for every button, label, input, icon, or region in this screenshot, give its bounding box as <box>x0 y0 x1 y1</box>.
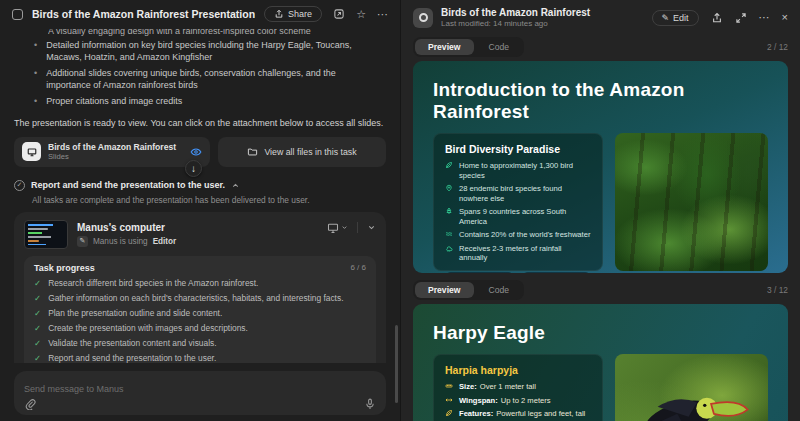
list-item: • Detailed information on key bird speci… <box>34 40 386 63</box>
stat-box: 575 Bird species in a single 5,500-hecta… <box>445 272 514 274</box>
microphone-icon[interactable] <box>364 398 376 410</box>
check-circle-icon: ✓ <box>14 180 25 191</box>
fact-row: Receives 2-3 meters of rainfall annually <box>445 244 591 263</box>
export-icon[interactable] <box>333 8 345 20</box>
upload-icon[interactable] <box>711 12 723 24</box>
star-icon[interactable]: ☆ <box>356 9 366 20</box>
page-indicator: 2 / 12 <box>767 42 788 52</box>
fact-row: Home to approximately 1,300 bird species <box>445 161 591 180</box>
scroll-to-bottom-button[interactable]: ↓ <box>185 160 202 177</box>
task-progress-card: Task progress 6 / 6 ✓ Research different… <box>24 256 376 364</box>
step-row[interactable]: ✓ Report and send the presentation to th… <box>14 180 386 191</box>
task-item: ✓ Validate the presentation content and … <box>34 338 366 348</box>
chevron-down-icon <box>341 224 348 231</box>
share-icon <box>274 9 284 19</box>
check-icon: ✓ <box>34 293 41 303</box>
fact-row: Size:Over 1 meter tall <box>445 382 591 392</box>
arrows-horizontal-icon <box>445 396 453 404</box>
feather-icon <box>445 409 453 417</box>
attachment-row: Birds of the Amazon Rainforest Slides Vi… <box>14 137 386 167</box>
task-title: Birds of the Amazon Rainforest Presentat… <box>32 8 255 20</box>
ruler-icon <box>445 382 453 390</box>
chat-scrollbar[interactable] <box>395 325 398 403</box>
tree-icon <box>445 207 453 215</box>
share-button[interactable]: Share <box>264 6 322 22</box>
tab-preview[interactable]: Preview <box>415 282 474 298</box>
check-icon: ✓ <box>34 323 41 333</box>
monitor-toggle-button[interactable] <box>327 222 348 234</box>
pencil-icon: ✎ <box>662 13 670 23</box>
slide-title: Harpy Eagle <box>433 322 768 344</box>
file-preview-panel: Birds of the Amazon Rainforest Last modi… <box>400 0 800 421</box>
step-subtitle: All tasks are complete and the presentat… <box>32 195 386 205</box>
map-pin-icon <box>445 184 453 192</box>
tab-preview[interactable]: Preview <box>415 39 474 55</box>
folder-icon <box>247 146 258 157</box>
step-title: Report and send the presentation to the … <box>31 180 225 190</box>
task-item: ✓ Report and send the presentation to th… <box>34 353 366 363</box>
manus-app: Birds of the Amazon Rainforest Presentat… <box>0 0 800 421</box>
viewer-toolbar: Preview Code 2 / 12 <box>401 33 800 61</box>
toucan-photo <box>615 354 768 421</box>
task-item: ✓ Create the presentation with images an… <box>34 323 366 333</box>
monitor-icon <box>327 222 339 234</box>
preview-file-title: Birds of the Amazon Rainforest <box>441 7 644 18</box>
chevron-up-icon[interactable] <box>231 181 240 190</box>
more-options-icon[interactable]: ⋯ <box>759 12 770 23</box>
rain-icon <box>445 244 453 252</box>
computer-screen-thumbnail[interactable] <box>24 220 68 249</box>
attachment-type: Slides <box>48 152 183 161</box>
feather-icon <box>445 161 453 169</box>
view-all-files-button[interactable]: View all files in this task <box>218 137 386 167</box>
sidebar-toggle-icon[interactable] <box>12 9 23 20</box>
chat-scroll-area: A visually engaging design with a rainfo… <box>0 28 400 363</box>
tab-code[interactable]: Code <box>476 39 523 55</box>
slide-title: Introduction to the Amazon Rainforest <box>433 79 768 123</box>
eye-icon[interactable] <box>190 146 202 158</box>
list-item: • Proper citations and image credits <box>34 96 386 108</box>
divider <box>357 222 358 233</box>
attach-file-icon[interactable] <box>24 398 36 410</box>
water-icon <box>445 230 453 238</box>
edit-button[interactable]: ✎ Edit <box>652 10 699 26</box>
task-item: ✓ Gather information on each bird's char… <box>34 293 366 303</box>
list-item: • Additional slides covering unique bird… <box>34 68 386 91</box>
check-icon: ✓ <box>34 353 41 363</box>
message-input[interactable] <box>24 384 376 394</box>
task-item: ✓ Plan the presentation outline and slid… <box>34 308 366 318</box>
ready-message: The presentation is ready to view. You c… <box>14 117 386 129</box>
manus-computer-card: Manus's computer ✎ Manus is using Editor <box>14 212 386 364</box>
expand-icon[interactable] <box>735 12 747 24</box>
attachment-card[interactable]: Birds of the Amazon Rainforest Slides <box>14 137 210 167</box>
slides-file-icon <box>22 142 41 161</box>
page-indicator: 3 / 12 <box>767 285 788 295</box>
bird-diversity-card: Bird Diversity Paradise Home to approxim… <box>433 133 603 271</box>
last-modified-text: Last modified: 14 minutes ago <box>441 19 644 28</box>
fact-row: Wingspan:Up to 2 meters <box>445 396 591 406</box>
bullet-icon: • <box>34 68 37 91</box>
collapse-chevron-icon[interactable] <box>367 223 376 232</box>
slide-harpy-eagle: Harpy Eagle Harpia harpyja Size:Over 1 m… <box>413 304 788 421</box>
bullet-icon: • <box>34 40 37 63</box>
fact-row: Features:Powerful legs and feet, tall bl… <box>445 409 591 421</box>
fact-row: Contains 20% of the world's freshwater <box>445 230 591 240</box>
check-icon: ✓ <box>34 278 41 288</box>
bullet-icon: • <box>34 96 37 108</box>
check-icon: ✓ <box>34 338 41 348</box>
computer-card-title: Manus's computer <box>77 222 318 233</box>
close-icon[interactable]: × <box>782 12 788 23</box>
toucan-bird-illustration <box>621 373 762 421</box>
chat-panel: Birds of the Amazon Rainforest Presentat… <box>0 0 400 421</box>
fact-row: 28 endemic bird species found nowhere el… <box>445 184 591 203</box>
tab-code[interactable]: Code <box>476 282 523 298</box>
arrow-down-icon: ↓ <box>191 163 196 174</box>
stat-box: 1/3 Of all bird species worldwide <box>522 272 591 274</box>
attachment-title: Birds of the Amazon Rainforest <box>48 142 183 152</box>
more-options-icon[interactable]: ⋯ <box>377 9 388 20</box>
task-progress-count: 6 / 6 <box>350 263 366 272</box>
slide-introduction: Introduction to the Amazon Rainforest Bi… <box>413 61 788 273</box>
check-icon: ✓ <box>34 308 41 318</box>
harpy-eagle-card: Harpia harpyja Size:Over 1 meter tall Wi… <box>433 354 603 421</box>
editor-tool-icon: ✎ <box>77 236 88 247</box>
rainforest-photo <box>615 133 768 271</box>
